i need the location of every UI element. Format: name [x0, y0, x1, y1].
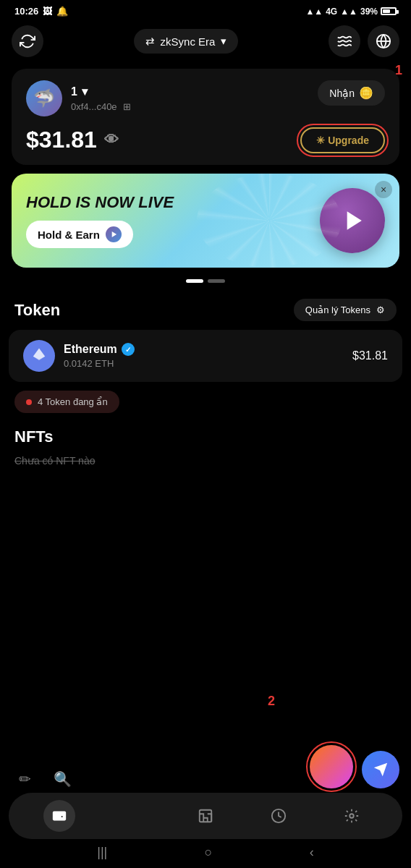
edit-icon[interactable]: ✏ — [12, 766, 38, 792]
banner-wrap: HOLD IS NOW LIVE Hold & Earn × — [12, 174, 399, 268]
banner-close-button[interactable]: × — [375, 181, 392, 198]
account-number: 1 — [71, 85, 77, 98]
android-navigation: ||| ○ ‹ — [0, 839, 411, 868]
recent-apps-button[interactable]: ||| — [97, 845, 107, 860]
sunburst-decoration — [197, 174, 342, 268]
top-navigation: ⇄ zkSync Era ▾ — [0, 20, 411, 66]
upgrade-button[interactable]: ✳ Upgrade — [300, 127, 385, 153]
receive-button[interactable]: Nhận 🪙 — [318, 80, 385, 106]
status-battery-pct: 39% — [360, 7, 378, 17]
dot-1[interactable] — [186, 279, 203, 283]
network-selector[interactable]: ⇄ zkSync Era ▾ — [134, 29, 239, 54]
upgrade-label: ✳ Upgrade — [316, 135, 369, 146]
account-card: 1 🦈 1 ▾ 0xf4...c40e ⊞ Nhận 🪙 $31.8 — [12, 69, 399, 165]
carousel-indicators — [0, 279, 411, 283]
ethereum-balance: 0.0142 ETH — [64, 358, 352, 369]
globe-button[interactable] — [368, 25, 399, 57]
tab-transactions[interactable] — [116, 800, 148, 832]
hide-balance-icon[interactable]: 👁 — [104, 132, 119, 148]
dot-2[interactable] — [208, 279, 225, 283]
battery-icon — [381, 7, 397, 15]
annotation-2: 2 — [268, 694, 275, 709]
token-item-ethereum[interactable]: Ethereum ✓ 0.0142 ETH $31.81 — [9, 330, 402, 382]
tab-portfolio[interactable] — [190, 800, 221, 832]
refresh-button[interactable] — [12, 25, 43, 57]
hidden-tokens-text: 4 Token đang ẩn — [38, 396, 108, 407]
status-4g: 4G — [326, 7, 337, 17]
network-label: zkSync Era — [161, 35, 216, 48]
bottom-navigation — [9, 793, 402, 839]
swap-arrows-icon: ⇄ — [145, 35, 155, 48]
svg-rect-3 — [200, 810, 212, 822]
nfts-section-header: NFTs — [0, 419, 411, 452]
hold-earn-button[interactable]: Hold & Earn — [26, 221, 133, 248]
close-icon: × — [381, 184, 386, 195]
tab-history[interactable] — [263, 800, 295, 832]
hidden-tokens-badge[interactable]: 4 Token đang ẩn — [14, 391, 119, 413]
nft-empty-text: Chưa có NFT nào — [0, 452, 411, 472]
hold-banner: HOLD IS NOW LIVE Hold & Earn × — [12, 174, 399, 268]
search-icon[interactable]: 🔍 — [49, 766, 75, 792]
ethereum-icon — [23, 340, 55, 372]
ethereum-name: Ethereum — [64, 343, 117, 356]
chevron-down-icon: ▾ — [221, 35, 226, 48]
ethereum-info: Ethereum ✓ 0.0142 ETH — [64, 343, 352, 369]
hold-earn-label: Hold & Earn — [38, 229, 100, 241]
send-button[interactable] — [362, 751, 399, 788]
avatar[interactable]: 🦈 — [26, 80, 62, 116]
status-notification-icon: 🔔 — [56, 6, 68, 17]
settings-icon: ⚙ — [376, 305, 385, 315]
annotation-1: 1 — [395, 63, 402, 78]
home-button[interactable]: ○ — [205, 845, 213, 860]
address-text: 0xf4...c40e — [71, 101, 117, 112]
status-bar: 10:26 🖼 🔔 ▲▲ 4G ▲▲ 39% — [0, 0, 411, 20]
qr-icon[interactable]: ⊞ — [123, 101, 131, 112]
nfts-section-title: NFTs — [14, 427, 53, 446]
back-button[interactable]: ‹ — [310, 845, 314, 860]
edit-search-area: ✏ 🔍 — [12, 766, 75, 792]
receive-label: Nhận — [329, 88, 355, 99]
status-photo-icon: 🖼 — [43, 6, 52, 17]
receive-coin-icon: 🪙 — [359, 86, 373, 100]
hold-coin-icon — [106, 226, 122, 242]
hidden-dot-icon — [26, 399, 32, 405]
status-time: 10:26 — [14, 6, 38, 17]
svg-rect-2 — [53, 812, 66, 821]
tokens-section-header: Token Quản lý Tokens ⚙ — [0, 293, 411, 330]
svg-point-5 — [349, 814, 354, 818]
manage-tokens-label: Quản lý Tokens — [305, 305, 370, 315]
fab-area — [310, 745, 399, 788]
account-dropdown-icon[interactable]: ▾ — [82, 85, 88, 98]
status-signal-icon: ▲▲ — [305, 7, 323, 17]
swap-button[interactable] — [310, 745, 353, 788]
verified-badge: ✓ — [122, 343, 135, 356]
tokens-section-title: Token — [14, 301, 60, 320]
tab-settings[interactable] — [336, 800, 368, 832]
status-signal2-icon: ▲▲ — [340, 7, 357, 17]
balance-amount-text: $31.81 — [26, 127, 97, 153]
manage-tokens-button[interactable]: Quản lý Tokens ⚙ — [294, 299, 397, 321]
tab-wallet[interactable] — [43, 800, 75, 832]
ethereum-value: $31.81 — [352, 349, 388, 362]
wave-button[interactable] — [329, 25, 360, 57]
